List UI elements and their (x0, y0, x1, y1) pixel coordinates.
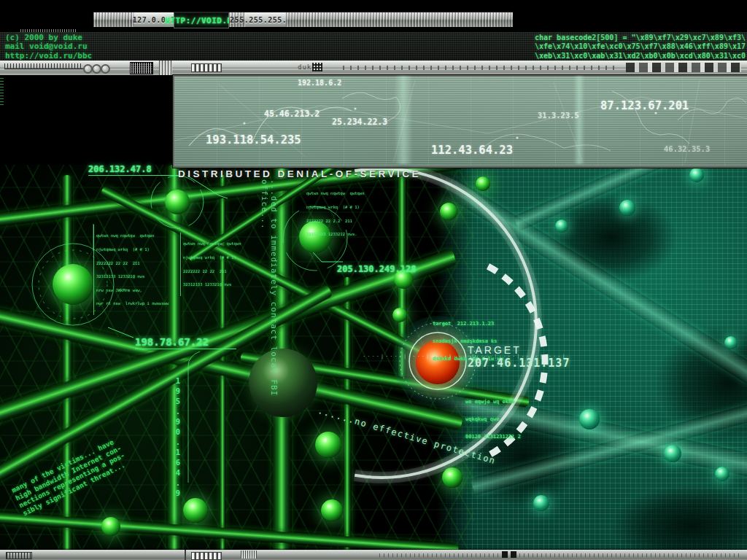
node-orb-teal (664, 445, 681, 462)
map-ip: 112.43.64.23 (431, 144, 513, 157)
checker-block (312, 63, 322, 71)
segment-gauge (191, 63, 222, 72)
shellcode-line: \xfe\x74\x10\xfe\xc0\x75\xf7\x88\x46\xff… (535, 42, 746, 51)
map-dot (516, 136, 518, 139)
glitch-block-a: qwtwn nwq nqwtqw qwtqwn njwtqmwq wrkq (#… (93, 225, 169, 315)
node-orb-teal (619, 200, 635, 216)
glitch-line: njwtqmwq wrkq (# # 1) (306, 205, 364, 209)
target-ip: 207.46.131.137 (468, 357, 570, 370)
glitch-line: 2222222 22 22 211 (183, 269, 241, 273)
shellcode-line: char basecode2[500] = "\x89\xf7\x29\xc7\… (535, 34, 746, 42)
rivet-circle (101, 64, 110, 74)
mail-text: mail void@void.ru (5, 42, 92, 51)
tick-ruler (4, 63, 83, 69)
glitch-line: qwtwn nwq nqwtqw qwtqwn (183, 241, 241, 246)
top-address-bar: 127.0.0.1 HTTP://VOID.RU 255.255.255.128 (93, 12, 513, 27)
glitch-line: nwr rt nsw lrwkrlwp i nwswsww (96, 301, 169, 306)
dotted-strip (379, 553, 741, 557)
target-label: TARGET (468, 344, 522, 356)
ridge-segment (286, 12, 513, 27)
lattice-tube (61, 175, 73, 560)
glitch-line: 32312133 1233212 nws. (306, 232, 364, 236)
glitch-line: njwtqmwq wrkq (# # 1) (183, 255, 241, 260)
node-ip-vertical: 195.90.164.9 (174, 376, 182, 499)
node-orb (101, 517, 120, 536)
fbi-vertical-note: ...ded to immediately contact local FBI … (260, 179, 279, 420)
node-orb (440, 203, 457, 220)
dot-matrix-panel (130, 62, 153, 74)
node-orb (392, 308, 407, 322)
map-ip: 193.118.54.235 (206, 133, 301, 147)
credits-bar: (c) 2000 by duke mail void@void.ru http:… (0, 32, 747, 61)
map-light-streak (573, 76, 585, 164)
node-ip-a: 206.132.47.8 (88, 164, 179, 176)
glitch-line: qwtwn nwq nqwtqw qwtqwn (96, 233, 169, 238)
node-orb (53, 264, 93, 305)
map-dot (243, 122, 245, 124)
map-ip: 31.3.23.5 (538, 111, 579, 120)
target-info-line: we eqwje wq ekhw (465, 399, 521, 405)
map-light-streak (394, 76, 413, 164)
glitch-block-b: qwtwn nwq nqwtqw qwtqwn njwtqmwq wrkq (#… (180, 233, 241, 296)
dark-square (511, 551, 516, 558)
line-cluster (241, 551, 257, 559)
netmask-plate: 255.255.255.128 (245, 12, 286, 27)
node-orb-teal (579, 409, 600, 429)
url-panel: HTTP://VOID.RU (174, 12, 229, 28)
line-cluster (159, 61, 172, 75)
ruler-bar: duke (0, 61, 747, 75)
mini-tick-ruler (20, 29, 76, 32)
map-ip: 46.32.35.3 (664, 144, 710, 153)
dark-void (611, 486, 747, 560)
node-orb (476, 176, 490, 191)
segment-gauge (191, 552, 222, 560)
target-info-line: target 212.213.1.23 (433, 321, 509, 327)
glitch-line: 32312133 123321@ nws (96, 274, 169, 279)
edge-tick-ruler (0, 77, 4, 105)
bottom-status-bar (0, 550, 747, 560)
node-orb (165, 190, 190, 214)
node-orb (315, 432, 341, 458)
node-orb-teal (555, 219, 568, 233)
node-orb-teal (715, 467, 729, 481)
node-ip-c: 198.78.67.22 (135, 336, 236, 349)
target-info-line: 00120.2131231231 2 (465, 434, 521, 440)
map-ip: 25.234.22.3 (332, 117, 387, 127)
node-orb (183, 498, 208, 523)
page-title: DISTRIBUTED DENIAL-OF-SERVICE (178, 168, 421, 179)
void-url-text: HTTP://VOID.RU (165, 16, 238, 26)
map-ip: 87.123.67.201 (600, 99, 689, 112)
divider (185, 550, 186, 560)
shellcode-line: \xeb\x31\xc0\xab\x31\xd2\xb0\x0b\xcd\x80… (535, 52, 746, 61)
glitch-line: qwtwn nwq nqwtqw qwtqwn (306, 191, 364, 195)
block-strip (626, 63, 741, 72)
glitch-line: nrw nsw JWkMrm wsw, (96, 288, 169, 292)
shellcode-block: char basecode2[500] = "\x89\xf7\x29\xc7\… (535, 34, 746, 61)
site-text: http://void.ru/bbc (5, 52, 92, 61)
ridge-segment (93, 12, 134, 27)
node-orb-teal (533, 495, 549, 511)
target-info-bottom: we eqwje wq ekhw wqkqkwq qwe 00120.21312… (465, 387, 521, 451)
wallpaper-stage: 127.0.0.1 HTTP://VOID.RU 255.255.255.128… (0, 0, 747, 560)
node-orb (442, 467, 462, 488)
credits-block: (c) 2000 by duke mail void@void.ru http:… (5, 34, 92, 61)
dotted-strip (343, 66, 620, 70)
node-orb-teal (724, 336, 738, 349)
glitch-line: 2222222 22 2.2 211 (306, 219, 364, 223)
target-info-line: snadasjk nmaskdmsa ks (433, 338, 509, 344)
map-dot (354, 107, 356, 109)
glitch-line: njwtqmwq wrkq (# # 1) (96, 247, 169, 252)
map-ip: 192.18.6.2 (298, 79, 341, 87)
tick-ruler (6, 552, 32, 559)
glitch-line: 32312133 123321@ nws (183, 282, 241, 287)
glitch-block-c: qwtwn nwq nqwtqw qwtqwn njwtqmwq wrkq (#… (306, 182, 364, 246)
map-ip: 45.46.213.2 (264, 109, 320, 119)
node-orb (321, 499, 343, 521)
dark-square (502, 551, 508, 558)
glitch-line: 2222222 22 22 211 (96, 261, 169, 265)
node-ip-b: 205.130.249.128 (337, 264, 416, 274)
target-info-line: wqkqkwq qwe (465, 416, 521, 422)
node-orb-teal (689, 168, 704, 182)
